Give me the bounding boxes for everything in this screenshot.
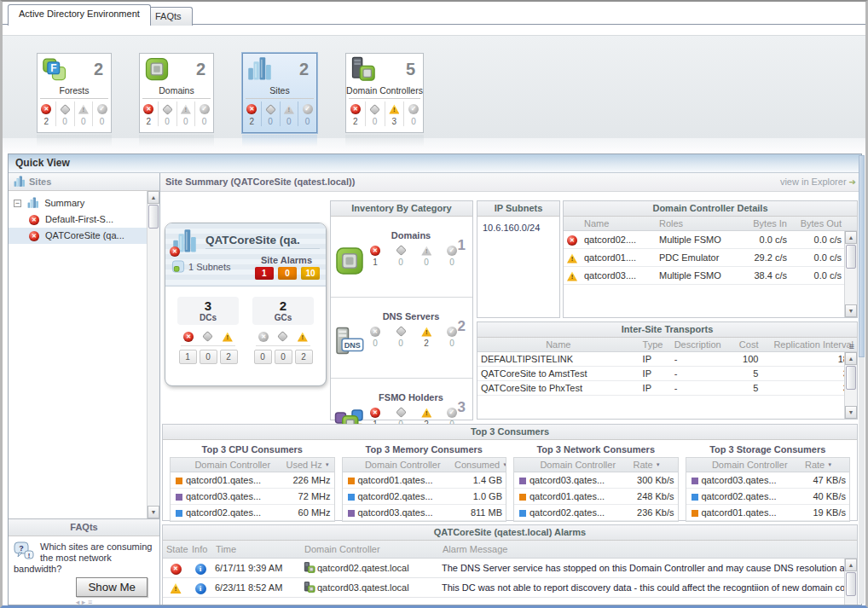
dc-details-row[interactable]: qatcord03.... Multiple FSMO 38.4 c/s 0.0… xyxy=(564,267,857,285)
alarm-badge-warning[interactable]: 10 xyxy=(301,267,320,280)
scroll-up-arrow[interactable]: ▲ xyxy=(845,352,857,365)
inventory-dns-servers[interactable]: 2 DNS Servers 0 0 2 0 xyxy=(331,311,472,379)
info-icon[interactable] xyxy=(195,583,206,594)
transports-scrollbar[interactable]: ▲ ▼ xyxy=(844,352,857,419)
ip-subnet-value[interactable]: 10.6.160.0/24 xyxy=(477,217,559,239)
col-cost[interactable]: Cost xyxy=(733,338,761,351)
col-name[interactable]: Name xyxy=(581,217,656,230)
col-used-hz[interactable]: Used Hz ▼ xyxy=(283,458,334,472)
scroll-up-arrow[interactable]: ▲ xyxy=(845,231,857,244)
consumer-row[interactable]: qatcord01.qates... 226 MHz xyxy=(171,472,334,489)
col-name[interactable]: Name xyxy=(477,338,639,351)
tree-item-summary[interactable]: − Summary xyxy=(9,195,159,211)
col-domain-controller[interactable]: Domain Controller xyxy=(301,541,439,558)
normal-check-icon xyxy=(447,408,457,418)
domain-controller-icon xyxy=(350,56,376,82)
dc-details-row[interactable]: qatcord01.... PDC Emulator 29.2 c/s 0.0 … xyxy=(564,249,857,267)
tree-item-qatcoresite[interactable]: QATCoreSite (qa... xyxy=(9,228,159,244)
faq-pager[interactable]: ◂ ▸ ≡ xyxy=(9,598,159,606)
col-domain-controller[interactable]: Domain Controller xyxy=(526,458,630,472)
explorer-arrow-icon: ➔ xyxy=(849,177,856,187)
col-time[interactable]: Time xyxy=(212,541,301,558)
col-rate[interactable]: Rate ▼ xyxy=(801,458,849,472)
alarm-row[interactable]: 6/23/11 8:52 AM qatcord03.qatest.local T… xyxy=(163,578,857,598)
scroll-down-arrow[interactable]: ▼ xyxy=(845,304,857,317)
consumer-row[interactable]: qatcord02.qates... 1.0 GB xyxy=(343,489,506,505)
collapse-icon[interactable]: − xyxy=(14,200,21,207)
inventory-domains[interactable]: 1 Domains 1 0 0 0 xyxy=(331,230,472,298)
dc-details-scrollbar[interactable]: ▲ ▼ xyxy=(844,231,857,317)
col-alarm-message[interactable]: Alarm Message xyxy=(439,541,857,558)
col-description[interactable]: Description xyxy=(671,338,733,351)
col-type[interactable]: Type xyxy=(639,338,671,351)
transport-row[interactable]: DEFAULTIPSITELINK IP - 100 180 xyxy=(477,352,857,367)
quick-view-title: Quick View xyxy=(9,154,861,173)
status-fatal: 0 xyxy=(261,101,280,126)
consumer-row[interactable]: qatcord03.qates... 300 Kb/s xyxy=(514,472,678,489)
dc-details-row[interactable]: qatcord02.... Multiple FSMO 0.0 c/s 0.0 … xyxy=(564,231,857,249)
scroll-thumb[interactable] xyxy=(846,572,856,596)
faqts-title: FAQts xyxy=(9,519,159,536)
col-domain-controller[interactable]: Domain Controller xyxy=(355,458,452,472)
tab-active-directory-environment[interactable]: Active Directory Environment xyxy=(8,4,151,26)
sort-desc-icon: ▼ xyxy=(325,462,330,467)
tree-scrollbar[interactable]: ▲ ▼ xyxy=(147,191,159,518)
page-scroll-thumb[interactable] xyxy=(859,155,865,357)
site-card[interactable]: QATCoreSite (qa. 1 Subnets Site Alarms 1… xyxy=(165,223,327,386)
site-alarms-box: Site Alarms 1 0 10 xyxy=(253,255,320,280)
col-info[interactable]: Info xyxy=(188,541,212,558)
consumer-row[interactable]: qatcord01.qates... 1.4 GB xyxy=(343,472,506,489)
alarm-badge-fatal[interactable]: 1 xyxy=(255,267,274,280)
consumer-row[interactable]: qatcord01.qates... 248 Kb/s xyxy=(514,489,678,505)
warning-icon xyxy=(389,104,399,114)
transport-row[interactable]: QATCoreSite to AmstTest IP - 5 30 xyxy=(477,367,857,381)
transport-row[interactable]: QATCoreSite to PhxTest IP - 5 30 xyxy=(477,381,857,396)
col-state[interactable]: State▼ xyxy=(163,541,188,558)
scroll-up-arrow[interactable]: ▲ xyxy=(845,559,857,571)
normal-check-icon xyxy=(447,246,457,256)
scroll-thumb[interactable] xyxy=(846,366,856,390)
sort-desc-icon: ▼ xyxy=(656,462,661,467)
consumer-row[interactable]: qatcord02.qates... 60 MHz xyxy=(171,505,334,521)
error-icon xyxy=(29,231,39,241)
table-customizer-icon[interactable]: ≡ xyxy=(849,339,854,353)
consumer-row[interactable]: qatcord01.qates... 19 KB/s xyxy=(686,505,850,521)
col-roles[interactable]: Roles xyxy=(656,217,734,230)
info-icon[interactable] xyxy=(195,564,206,575)
dns-server-icon xyxy=(334,327,365,357)
page-scrollbar[interactable] xyxy=(859,155,865,604)
tree-item-default-first-site[interactable]: Default-First-S... xyxy=(9,211,159,228)
scroll-down-arrow[interactable]: ▼ xyxy=(148,506,159,518)
consumer-row[interactable]: qatcord03.qates... 47 KB/s xyxy=(686,472,850,489)
col-consumed[interactable]: Consumed ▼ xyxy=(451,458,506,472)
scroll-down-arrow[interactable]: ▼ xyxy=(845,406,857,419)
col-bytes-out[interactable]: Bytes Out xyxy=(790,217,845,230)
warning-icon xyxy=(421,327,431,337)
tab-faqts[interactable]: FAQts xyxy=(144,7,193,26)
col-replication-interval[interactable]: Replication Interval xyxy=(761,338,857,351)
scroll-thumb[interactable] xyxy=(846,245,856,269)
alarm-badge-critical[interactable]: 0 xyxy=(278,267,297,280)
col-rate[interactable]: Rate ▼ xyxy=(630,458,678,472)
tile-sites[interactable]: 2 Sites 2 0 0 0 xyxy=(242,53,317,133)
consumer-row[interactable]: qatcord02.qates... 236 Kb/s xyxy=(514,505,678,521)
col-domain-controller[interactable]: Domain Controller xyxy=(182,458,283,472)
col-bytes-in[interactable]: Bytes In xyxy=(734,217,790,230)
tile-forests[interactable]: 2 Forests 2 0 0 0 xyxy=(37,53,112,133)
series-color-swatch xyxy=(348,494,355,501)
alarms-scrollbar[interactable]: ▲ xyxy=(844,559,857,605)
tile-domain-controllers[interactable]: 5 Domain Controllers 2 0 3 0 xyxy=(345,53,424,133)
scroll-up-arrow[interactable]: ▲ xyxy=(148,191,159,204)
show-me-button[interactable]: Show Me xyxy=(76,577,148,597)
consumer-row[interactable]: qatcord02.qates... 40 KB/s xyxy=(686,489,850,505)
col-domain-controller[interactable]: Domain Controller xyxy=(698,458,802,472)
scroll-thumb[interactable] xyxy=(148,205,159,229)
view-in-explorer-link[interactable]: view in Explorer ➔ xyxy=(780,173,856,191)
alarm-row[interactable]: 6/17/11 9:39 AM qatcord02.qatest.local T… xyxy=(163,559,857,578)
normal-check-icon xyxy=(97,104,107,114)
sites-icon xyxy=(247,56,273,82)
tile-domains[interactable]: 2 Domains 2 0 0 0 xyxy=(139,53,214,133)
consumer-row[interactable]: qatcord03.qates... 72 MHz xyxy=(171,489,334,505)
consumer-row[interactable]: qatcord03.qates... 811 MB xyxy=(343,505,506,521)
status-error: 2 xyxy=(38,101,55,126)
